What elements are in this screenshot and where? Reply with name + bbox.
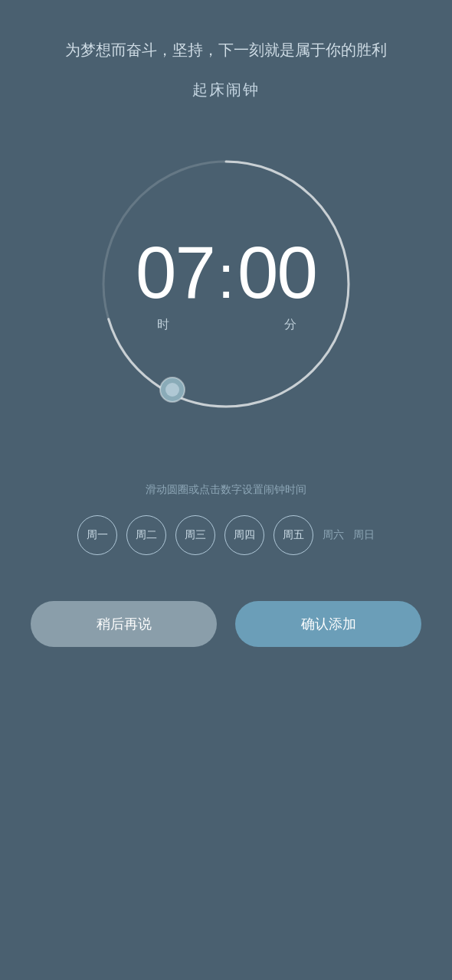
hint-text: 滑动圆圈或点击数字设置闹钟时间 bbox=[146, 483, 306, 497]
alarm-title: 起床闹钟 bbox=[192, 80, 260, 100]
weekday-monday[interactable]: 周一 bbox=[77, 515, 117, 555]
weekday-saturday[interactable]: 周六 bbox=[323, 528, 344, 542]
header-quote: 为梦想而奋斗，坚持，下一刻就是属于你的胜利 bbox=[50, 38, 402, 61]
confirm-button[interactable]: 确认添加 bbox=[235, 601, 421, 647]
time-colon: : bbox=[218, 247, 234, 314]
time-label-hour: 时 bbox=[157, 317, 169, 333]
cancel-button[interactable]: 稍后再说 bbox=[31, 601, 217, 647]
time-label-minute: 分 bbox=[284, 317, 296, 333]
time-display: 07 : 00 时 分 bbox=[136, 236, 316, 333]
svg-point-2 bbox=[165, 383, 179, 397]
time-hour[interactable]: 07 bbox=[136, 236, 215, 309]
weekdays-row: 周一 周二 周三 周四 周五 周六 周日 bbox=[77, 515, 375, 555]
time-minute[interactable]: 00 bbox=[237, 236, 316, 309]
weekday-thursday[interactable]: 周四 bbox=[224, 515, 264, 555]
clock-container[interactable]: 07 : 00 时 分 bbox=[88, 146, 364, 422]
buttons-row: 稍后再说 确认添加 bbox=[0, 601, 452, 647]
weekday-sunday[interactable]: 周日 bbox=[353, 528, 375, 542]
weekday-tuesday[interactable]: 周二 bbox=[126, 515, 166, 555]
weekday-friday[interactable]: 周五 bbox=[273, 515, 313, 555]
weekday-wednesday[interactable]: 周三 bbox=[175, 515, 215, 555]
